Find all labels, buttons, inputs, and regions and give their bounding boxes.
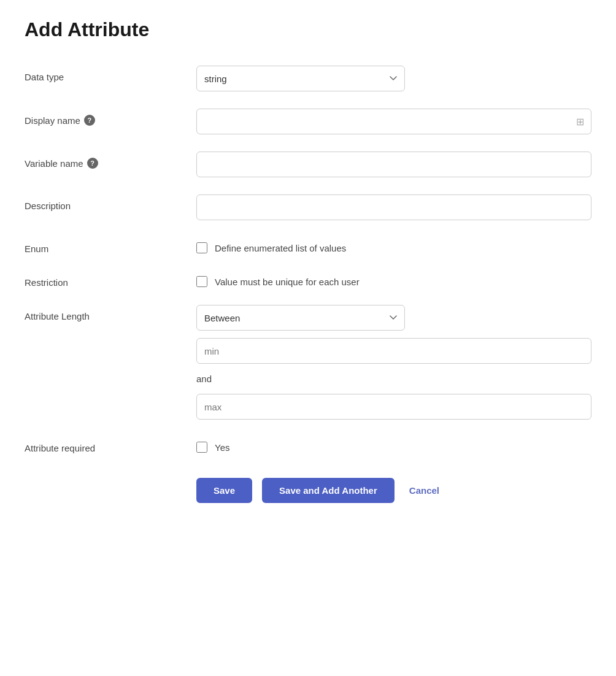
description-label: Description bbox=[25, 194, 196, 211]
data-type-control: string number boolean date bbox=[196, 66, 591, 91]
description-control bbox=[196, 194, 591, 220]
footer-buttons: Save Save and Add Another Cancel bbox=[25, 478, 591, 503]
attribute-length-label: Attribute Length bbox=[25, 305, 196, 321]
restriction-control: Value must be unique for each user bbox=[196, 271, 591, 287]
enum-label: Enum bbox=[25, 237, 196, 254]
attribute-required-row: Attribute required Yes bbox=[25, 437, 591, 453]
attribute-length-max-input[interactable] bbox=[196, 394, 591, 420]
display-name-input-wrapper: ⊞ bbox=[196, 109, 591, 134]
attribute-length-select[interactable]: Between Min only Max only Exact bbox=[196, 305, 405, 331]
enum-control: Define enumerated list of values bbox=[196, 237, 591, 253]
attribute-required-control: Yes bbox=[196, 437, 591, 453]
attribute-required-checkbox[interactable] bbox=[196, 442, 207, 453]
enum-checkbox-label: Define enumerated list of values bbox=[215, 243, 346, 253]
attribute-length-control: Between Min only Max only Exact and bbox=[196, 305, 591, 420]
page-title: Add Attribute bbox=[25, 18, 591, 41]
attribute-length-row: Attribute Length Between Min only Max on… bbox=[25, 305, 591, 420]
data-type-select[interactable]: string number boolean date bbox=[196, 66, 405, 91]
variable-name-input[interactable] bbox=[196, 152, 591, 177]
attribute-required-label: Attribute required bbox=[25, 437, 196, 453]
cancel-button[interactable]: Cancel bbox=[404, 478, 444, 503]
display-name-row: Display name ? ⊞ bbox=[25, 109, 591, 134]
restriction-checkbox[interactable] bbox=[196, 276, 207, 287]
description-row: Description bbox=[25, 194, 591, 220]
save-and-add-another-button[interactable]: Save and Add Another bbox=[262, 478, 395, 503]
attribute-required-checkbox-label: Yes bbox=[215, 442, 229, 453]
and-text: and bbox=[196, 371, 591, 386]
variable-name-control bbox=[196, 152, 591, 177]
restriction-row: Restriction Value must be unique for eac… bbox=[25, 271, 591, 288]
restriction-checkbox-row: Value must be unique for each user bbox=[196, 271, 591, 287]
variable-name-row: Variable name ? bbox=[25, 152, 591, 177]
attribute-length-min-input[interactable] bbox=[196, 338, 591, 364]
data-type-row: Data type string number boolean date bbox=[25, 66, 591, 91]
enum-checkbox[interactable] bbox=[196, 242, 207, 253]
enum-checkbox-row: Define enumerated list of values bbox=[196, 237, 591, 253]
restriction-checkbox-label: Value must be unique for each user bbox=[215, 277, 360, 287]
restriction-label: Restriction bbox=[25, 271, 196, 288]
attribute-length-section: Between Min only Max only Exact and bbox=[196, 305, 591, 420]
attribute-required-checkbox-row: Yes bbox=[196, 437, 591, 453]
description-input[interactable] bbox=[196, 194, 591, 220]
variable-name-help-icon[interactable]: ? bbox=[87, 158, 98, 169]
display-name-help-icon[interactable]: ? bbox=[84, 115, 95, 126]
display-name-control: ⊞ bbox=[196, 109, 591, 134]
display-name-label: Display name ? bbox=[25, 109, 196, 126]
text-format-icon: ⊞ bbox=[576, 116, 584, 128]
data-type-label: Data type bbox=[25, 66, 196, 82]
variable-name-label: Variable name ? bbox=[25, 152, 196, 169]
add-attribute-form: Data type string number boolean date Dis… bbox=[25, 66, 591, 453]
save-button[interactable]: Save bbox=[196, 478, 252, 503]
enum-row: Enum Define enumerated list of values bbox=[25, 237, 591, 254]
display-name-input[interactable] bbox=[196, 109, 591, 134]
